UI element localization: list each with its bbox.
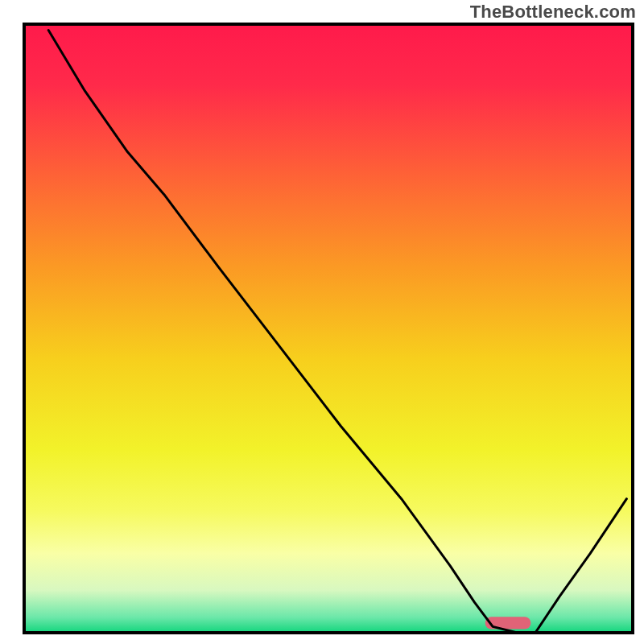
chart-container: TheBottleneck.com xyxy=(0,0,644,644)
gradient-background xyxy=(24,24,633,633)
watermark-label: TheBottleneck.com xyxy=(470,2,636,23)
chart-svg xyxy=(0,0,644,644)
plot-area xyxy=(24,24,633,633)
